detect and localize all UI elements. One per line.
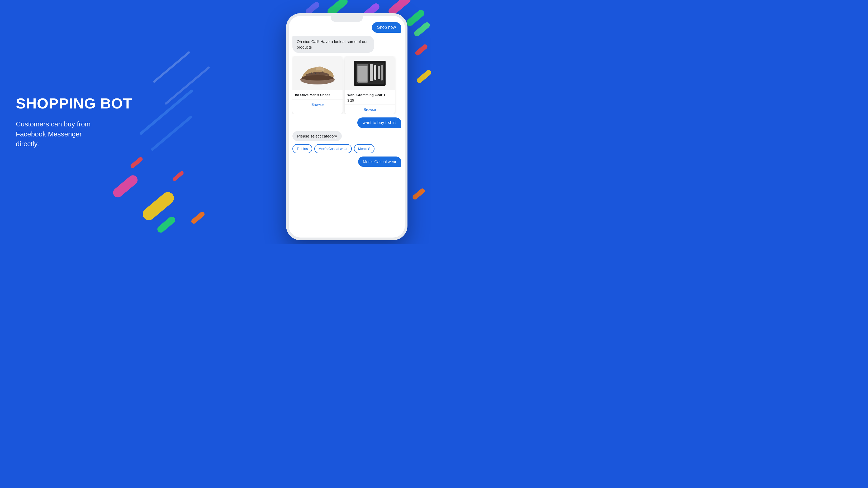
product-price-grooming: $ 25 — [347, 98, 392, 102]
product-name-grooming: Wahl Gromming Gear T — [347, 93, 392, 97]
grooming-icon — [352, 59, 387, 87]
user-tshirt-row: want to buy t-shirt — [292, 117, 401, 128]
category-chips: T-shirts Men's Casual wear Men's S — [292, 144, 401, 153]
svg-rect-9 — [381, 65, 383, 81]
browse-grooming-button[interactable]: Browse — [345, 104, 395, 114]
product-card-grooming[interactable]: Wahl Gromming Gear T $ 25 Browse — [345, 56, 395, 114]
product-image-grooming — [345, 56, 395, 90]
shop-now-row: Shop now — [292, 22, 401, 33]
left-panel: SHOPPING BOT Customers can buy from Face… — [16, 95, 132, 149]
deco-line — [153, 51, 190, 83]
product-info-shoes: nd Olive Men's Shoes — [292, 90, 343, 97]
user-tshirt-bubble: want to buy t-shirt — [357, 117, 401, 128]
page-title: SHOPPING BOT — [16, 95, 132, 112]
deco-shape — [190, 211, 206, 224]
deco-shape — [172, 171, 184, 182]
selected-category-row: Men's Casual wear — [292, 156, 401, 167]
chip-mens-s[interactable]: Men's S — [354, 144, 375, 153]
shoe-icon — [298, 60, 337, 86]
product-card-shoes[interactable]: nd Olive Men's Shoes Browse — [292, 56, 343, 114]
selected-category-bubble: Men's Casual wear — [358, 156, 401, 167]
bot-message-bubble: Oh nice Call! Have a look at some of our… — [292, 36, 374, 53]
browse-shoes-button[interactable]: Browse — [292, 99, 343, 109]
deco-shape — [130, 156, 143, 169]
product-info-grooming: Wahl Gromming Gear T $ 25 — [345, 90, 395, 102]
shop-now-button[interactable]: Shop now — [372, 22, 401, 33]
chip-tshirts[interactable]: T-shirts — [292, 144, 312, 153]
select-category-bubble: Please select category — [292, 131, 342, 141]
select-category-row: Please select category — [292, 131, 401, 141]
svg-rect-6 — [370, 64, 373, 81]
svg-rect-5 — [359, 65, 367, 82]
svg-rect-8 — [378, 66, 380, 79]
chat-area: Shop now Oh nice Call! Have a look at so… — [289, 16, 405, 238]
phone-mockup: Shop now Oh nice Call! Have a look at so… — [286, 13, 407, 240]
deco-shape — [416, 69, 432, 84]
product-name-shoes: nd Olive Men's Shoes — [295, 93, 340, 97]
phone-notch — [331, 16, 363, 22]
deco-shape — [414, 43, 429, 56]
svg-point-1 — [302, 75, 333, 81]
svg-rect-7 — [374, 65, 376, 80]
deco-shape — [156, 215, 177, 234]
deco-shape — [111, 174, 140, 199]
svg-rect-10 — [357, 64, 368, 66]
page-description: Customers can buy from Facebook Messenge… — [16, 119, 100, 149]
deco-line — [164, 66, 210, 105]
deco-shape — [413, 21, 431, 37]
deco-shape — [412, 187, 426, 200]
deco-line — [139, 89, 193, 135]
bot-message-row: Oh nice Call! Have a look at some of our… — [292, 36, 401, 53]
product-cards-row: nd Olive Men's Shoes Browse — [292, 56, 401, 114]
phone-screen: Shop now Oh nice Call! Have a look at so… — [289, 16, 405, 238]
phone-body: Shop now Oh nice Call! Have a look at so… — [286, 13, 407, 240]
product-image-shoes — [292, 56, 343, 90]
chip-mens-casual[interactable]: Men's Casual wear — [314, 144, 352, 153]
